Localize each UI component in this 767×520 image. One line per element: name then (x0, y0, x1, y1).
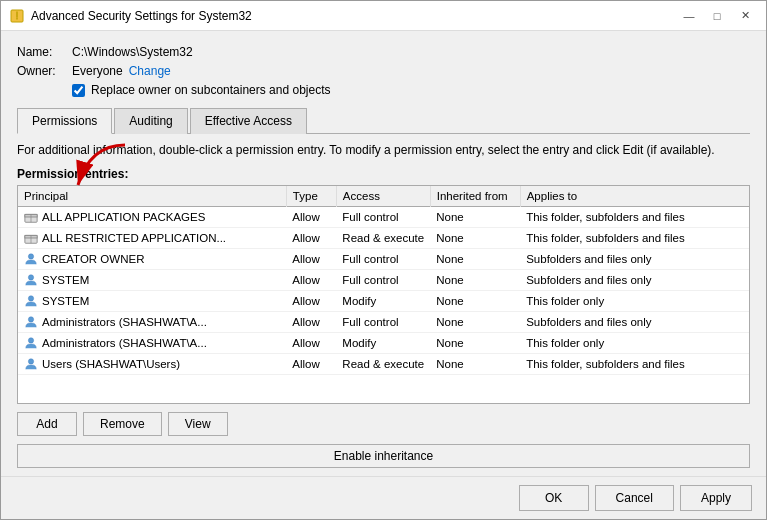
cell-applies-to: This folder only (520, 290, 749, 311)
cell-inherited-from: None (430, 311, 520, 332)
cell-principal: ALL APPLICATION PACKAGES (18, 206, 286, 227)
user-icon (24, 294, 38, 308)
owner-label: Owner: (17, 64, 72, 78)
cell-principal: ALL RESTRICTED APPLICATION... (18, 227, 286, 248)
cell-inherited-from: None (430, 227, 520, 248)
add-button[interactable]: Add (17, 412, 77, 436)
cell-inherited-from: None (430, 290, 520, 311)
user-icon (24, 315, 38, 329)
col-inherited: Inherited from (430, 186, 520, 207)
cell-applies-to: Subfolders and files only (520, 269, 749, 290)
svg-point-6 (28, 275, 33, 280)
replace-owner-checkbox[interactable] (72, 84, 85, 97)
principal-name: Administrators (SHASHWAT\A... (42, 316, 207, 328)
cell-access: Full control (336, 206, 430, 227)
cell-type: Allow (286, 248, 336, 269)
cell-type: Allow (286, 353, 336, 374)
table-row[interactable]: ALL APPLICATION PACKAGESAllowFull contro… (18, 206, 749, 227)
name-value: C:\Windows\System32 (72, 45, 193, 59)
svg-point-10 (28, 359, 33, 364)
window-icon (9, 8, 25, 24)
owner-row: Owner: Everyone Change (17, 64, 750, 78)
title-bar: Advanced Security Settings for System32 … (1, 1, 766, 31)
col-principal: Principal (18, 186, 286, 207)
minimize-button[interactable]: — (676, 6, 702, 26)
cell-applies-to: This folder only (520, 332, 749, 353)
permissions-table: Principal Type Access Inherited from App… (18, 186, 749, 375)
tab-description: For additional information, double-click… (17, 142, 750, 159)
close-button[interactable]: ✕ (732, 6, 758, 26)
user-icon (24, 273, 38, 287)
cell-applies-to: This folder, subfolders and files (520, 206, 749, 227)
table-row[interactable]: ALL RESTRICTED APPLICATION...AllowRead &… (18, 227, 749, 248)
cell-type: Allow (286, 332, 336, 353)
table-row[interactable]: Administrators (SHASHWAT\A...AllowModify… (18, 332, 749, 353)
remove-button[interactable]: Remove (83, 412, 162, 436)
cell-access: Full control (336, 269, 430, 290)
svg-point-8 (28, 317, 33, 322)
view-button[interactable]: View (168, 412, 228, 436)
package-icon (24, 210, 38, 224)
cell-applies-to: This folder, subfolders and files (520, 227, 749, 248)
cell-applies-to: Subfolders and files only (520, 311, 749, 332)
cell-access: Full control (336, 311, 430, 332)
cell-principal: Users (SHASHWAT\Users) (18, 353, 286, 374)
tab-auditing[interactable]: Auditing (114, 108, 187, 134)
cell-principal: SYSTEM (18, 269, 286, 290)
cell-inherited-from: None (430, 269, 520, 290)
table-row[interactable]: Administrators (SHASHWAT\A...AllowFull c… (18, 311, 749, 332)
dialog-content: Name: C:\Windows\System32 Owner: Everyon… (1, 31, 766, 476)
tab-effective-access[interactable]: Effective Access (190, 108, 307, 134)
table-row[interactable]: SYSTEMAllowFull controlNoneSubfolders an… (18, 269, 749, 290)
principal-name: ALL RESTRICTED APPLICATION... (42, 232, 226, 244)
svg-point-9 (28, 338, 33, 343)
table-row[interactable]: CREATOR OWNERAllowFull controlNoneSubfol… (18, 248, 749, 269)
svg-point-7 (28, 296, 33, 301)
cancel-button[interactable]: Cancel (595, 485, 674, 511)
principal-name: CREATOR OWNER (42, 253, 144, 265)
cell-principal: CREATOR OWNER (18, 248, 286, 269)
ok-button[interactable]: OK (519, 485, 589, 511)
col-applies: Applies to (520, 186, 749, 207)
window-controls: — □ ✕ (676, 6, 758, 26)
table-header-row: Principal Type Access Inherited from App… (18, 186, 749, 207)
owner-value: Everyone (72, 64, 123, 78)
principal-name: ALL APPLICATION PACKAGES (42, 211, 205, 223)
permission-entries-label: Permission entries: (17, 167, 750, 181)
cell-type: Allow (286, 206, 336, 227)
cell-access: Modify (336, 290, 430, 311)
user-icon (24, 252, 38, 266)
permissions-table-container[interactable]: Principal Type Access Inherited from App… (17, 185, 750, 404)
apply-button[interactable]: Apply (680, 485, 752, 511)
cell-applies-to: This folder, subfolders and files (520, 353, 749, 374)
window-title: Advanced Security Settings for System32 (31, 9, 676, 23)
change-owner-link[interactable]: Change (129, 64, 171, 78)
cell-inherited-from: None (430, 248, 520, 269)
tab-bar: Permissions Auditing Effective Access (17, 107, 750, 134)
replace-owner-label: Replace owner on subcontainers and objec… (91, 83, 330, 97)
package-icon (24, 231, 38, 245)
cell-type: Allow (286, 269, 336, 290)
principal-name: Users (SHASHWAT\Users) (42, 358, 180, 370)
cell-inherited-from: None (430, 206, 520, 227)
enable-inheritance-button[interactable]: Enable inheritance (17, 444, 750, 468)
col-access: Access (336, 186, 430, 207)
table-action-buttons: Add Remove View (17, 412, 750, 436)
table-row[interactable]: Users (SHASHWAT\Users)AllowRead & execut… (18, 353, 749, 374)
user-icon (24, 336, 38, 350)
cell-principal: Administrators (SHASHWAT\A... (18, 311, 286, 332)
cell-access: Read & execute (336, 353, 430, 374)
replace-owner-row: Replace owner on subcontainers and objec… (72, 83, 750, 97)
tab-permissions[interactable]: Permissions (17, 108, 112, 134)
principal-name: SYSTEM (42, 295, 89, 307)
user-icon (24, 357, 38, 371)
name-row: Name: C:\Windows\System32 (17, 45, 750, 59)
cell-access: Read & execute (336, 227, 430, 248)
name-label: Name: (17, 45, 72, 59)
cell-access: Full control (336, 248, 430, 269)
cell-access: Modify (336, 332, 430, 353)
table-row[interactable]: SYSTEMAllowModifyNoneThis folder only (18, 290, 749, 311)
cell-principal: Administrators (SHASHWAT\A... (18, 332, 286, 353)
cell-inherited-from: None (430, 353, 520, 374)
maximize-button[interactable]: □ (704, 6, 730, 26)
